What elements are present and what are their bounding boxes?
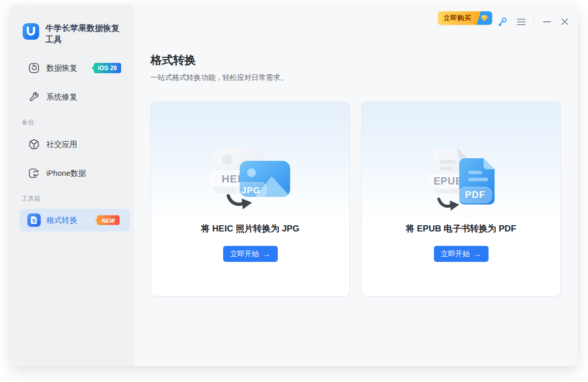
convert-doc-icon: [27, 213, 41, 227]
sidebar-item-system-repair[interactable]: 系统修复: [28, 87, 127, 107]
sidebar-item-label: 社交应用: [46, 140, 77, 150]
card-list: HEIC JPG 将 HEIC 照片转换为 JPG 立即开始: [150, 102, 561, 296]
app-window: 牛学长苹果数据恢复工具 数据恢复 iOS 26 系统修复 备份: [10, 5, 578, 366]
wrench-icon: [28, 91, 40, 103]
page-subtitle: 一站式格式转换功能，轻松应对日常需求。: [150, 73, 288, 82]
start-epub-to-pdf-button[interactable]: 立即开始 →: [434, 246, 489, 262]
card-title: 将 EPUB 电子书转换为 PDF: [406, 223, 516, 235]
epub-to-pdf-icon: EPUB PDF: [417, 144, 505, 217]
card-title: 将 HEIC 照片转换为 JPG: [201, 223, 299, 235]
main-content: 立即购买: [134, 5, 578, 366]
right-arrow-icon: →: [263, 250, 271, 258]
app-title: 牛学长苹果数据恢复工具: [45, 22, 125, 45]
sidebar: 牛学长苹果数据恢复工具 数据恢复 iOS 26 系统修复 备份: [10, 5, 134, 366]
start-button-label: 立即开始: [230, 250, 259, 259]
sidebar-item-format-conversion[interactable]: 格式转换 NEW: [20, 209, 130, 231]
restore-icon: [28, 62, 40, 74]
target-format-label: PDF: [465, 189, 485, 200]
hamburger-menu-icon: [517, 19, 526, 25]
start-heic-to-jpg-button[interactable]: 立即开始 →: [223, 246, 278, 262]
hamburger-menu-button[interactable]: [514, 14, 528, 29]
gem-icon: [477, 11, 492, 25]
page-title: 格式转换: [150, 53, 196, 68]
buy-now-label: 立即购买: [438, 11, 477, 25]
target-format-label: JPG: [241, 186, 260, 195]
sidebar-item-data-recovery[interactable]: 数据恢复 iOS 26: [28, 58, 127, 78]
sidebar-item-label: 格式转换: [46, 215, 77, 225]
right-arrow-icon: →: [474, 250, 481, 258]
sidebar-section-toolbox: 工具箱: [22, 194, 40, 203]
cube-icon: [28, 138, 40, 151]
sidebar-item-iphone-data[interactable]: iPhone数据: [28, 163, 127, 184]
app-logo-row: 牛学长苹果数据恢复工具: [22, 22, 125, 45]
sidebar-item-social-apps[interactable]: 社交应用: [28, 134, 127, 155]
transfer-icon: [28, 167, 40, 179]
minimize-icon: [543, 21, 551, 23]
convert-arrow: [439, 199, 450, 206]
titlebar-separator: [533, 18, 534, 26]
minimize-button[interactable]: [540, 14, 554, 29]
key-icon: [497, 16, 508, 27]
sidebar-item-label: 系统修复: [46, 92, 77, 102]
sidebar-item-label: 数据恢复: [46, 63, 77, 73]
register-key-button[interactable]: [495, 14, 510, 29]
sidebar-section-backup: 备份: [22, 118, 34, 127]
start-button-label: 立即开始: [441, 250, 470, 259]
sidebar-item-label: iPhone数据: [46, 169, 86, 178]
app-logo-icon: [22, 22, 40, 45]
close-button[interactable]: [558, 14, 572, 29]
ios26-badge: iOS 26: [94, 63, 121, 73]
card-epub-to-pdf: EPUB PDF 将 EPUB 电子书转换为 PDF 立即开始 →: [361, 102, 561, 296]
buy-now-button[interactable]: 立即购买: [438, 11, 492, 25]
card-heic-to-jpg: HEIC JPG 将 HEIC 照片转换为 JPG 立即开始: [150, 102, 350, 296]
new-badge: NEW: [97, 215, 120, 225]
source-format-label: EPUB: [433, 176, 463, 187]
close-icon: [561, 18, 568, 25]
heic-to-jpg-icon: HEIC JPG: [207, 144, 294, 217]
